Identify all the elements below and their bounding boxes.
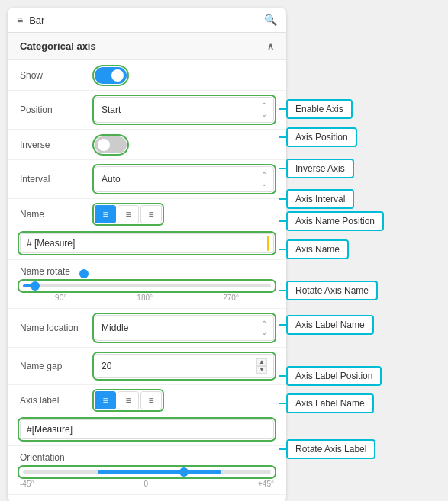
position-label: Position [20,104,89,115]
annotation-axis-interval: Axis Interval [286,189,354,209]
show-label: Show [20,70,89,81]
orientation-tick-labels: -45° 0 +45° [20,480,274,488]
name-location-label: Name location [20,323,89,333]
name-rotate-180: 180° [137,294,153,302]
search-icon[interactable]: 🔍 [264,14,277,26]
name-rotate-90: 90° [55,294,66,302]
name-input-wrapper [20,233,274,253]
name-gap-input[interactable]: 20 ▲ ▼ [95,354,274,378]
name-location-value: Middle [102,323,128,333]
annotation-axis-label-position: Axis Label Position [286,366,382,386]
left-panel: ≡ 🔍 Categorical axis ∧ Show Position [8,8,286,501]
interval-arrow: ⌃⌄ [261,171,267,188]
name-label: Name [20,209,89,220]
logo-row [8,495,286,501]
name-rotate-slider[interactable] [20,281,274,291]
name-location-select[interactable]: Middle ⌃⌄ [95,315,274,341]
section-header[interactable]: Categorical axis ∧ [8,33,286,60]
name-location-control: Middle ⌃⌄ [95,315,274,341]
position-value: Start [102,104,121,115]
annotation-rotate-axis-label: Rotate Axis Label [286,439,375,459]
axis-label-input-wrapper [20,419,274,439]
axis-align-center-btn[interactable]: ≡ [118,391,139,409]
name-align-control: ≡ ≡ ≡ [95,205,274,223]
orientation-thumb[interactable] [179,467,189,477]
collapse-icon[interactable]: ∧ [267,41,274,52]
search-input[interactable] [29,14,258,26]
align-center-btn[interactable]: ≡ [118,205,139,223]
name-gap-value: 20 [102,361,111,371]
axis-label-input-row [8,416,286,446]
interval-control: Auto ⌃⌄ [95,166,274,192]
position-arrow: ⌃⌄ [261,101,267,118]
name-gap-up[interactable]: ▲ [256,358,267,366]
orientation-max: +45° [258,480,274,488]
name-rotate-track [23,284,271,287]
list-icon: ≡ [17,14,23,26]
align-left-btn[interactable]: ≡ [95,205,116,223]
orientation-slider[interactable] [20,467,274,477]
inverse-control [95,136,274,153]
name-input-row [8,230,286,260]
axis-label-label: Axis label [20,395,89,406]
name-location-row: Name location Middle ⌃⌄ [8,309,286,348]
show-toggle[interactable] [95,67,127,84]
orientation-min: -45° [20,480,34,488]
orientation-label: Orientation [20,452,274,463]
axis-align-buttons: ≡ ≡ ≡ [95,391,162,409]
interval-select[interactable]: Auto ⌃⌄ [95,166,274,192]
annotation-rotate-axis-name: Rotate Axis Name [286,281,378,300]
inverse-toggle[interactable] [95,136,127,153]
axis-align-right-btn[interactable]: ≡ [140,391,162,409]
annotation-axis-name: Axis Name [286,239,349,259]
inverse-row: Inverse [8,130,286,160]
screenshot: ≡ 🔍 Categorical axis ∧ Show Position [0,0,448,501]
axis-label-input[interactable] [20,419,274,439]
axis-label-row: Axis label ≡ ≡ ≡ [8,385,286,416]
name-gap-row: Name gap 20 ▲ ▼ [8,348,286,385]
orientation-track [23,470,271,474]
name-rotate-row: Name rotate 90° 180° 270° [8,260,286,309]
annotation-axis-position: Axis Position [286,127,357,147]
orientation-mid: 0 [143,480,148,488]
annotation-axis-name-position: Axis Name Position [286,211,384,231]
search-bar: ≡ 🔍 [8,8,286,33]
position-control: Start ⌃⌄ [95,97,274,123]
show-row: Show [8,60,286,91]
name-rotate-label: Name rotate [20,266,70,277]
interval-value: Auto [102,174,121,185]
name-gap-spinners: ▲ ▼ [256,358,267,374]
name-location-arrow: ⌃⌄ [261,320,267,336]
name-rotate-thumb[interactable] [31,281,40,291]
scrollable-content[interactable]: Show Position Start ⌃⌄ Inverse [8,60,286,501]
name-rotate-thumb-indicator [79,269,89,278]
section-title: Categorical axis [20,40,96,52]
interval-label: Interval [20,174,89,185]
axis-label-align-control: ≡ ≡ ≡ [95,391,274,409]
name-rotate-270: 270° [223,294,239,302]
color-indicator [267,236,269,251]
name-gap-label: Name gap [20,361,89,371]
name-gap-control: 20 ▲ ▼ [95,354,274,378]
axis-align-left-btn[interactable]: ≡ [95,391,116,409]
name-input[interactable] [20,233,274,253]
annotation-axis-label-name: Axis Label Name [286,315,374,335]
name-gap-down[interactable]: ▼ [256,366,267,374]
name-rotate-labels: 90° 180° 270° [20,294,274,302]
orientation-row: Orientation -45° 0 +45° [8,446,286,495]
annotation-inverse-axis: Inverse Axis [286,159,354,178]
position-select[interactable]: Start ⌃⌄ [95,97,274,123]
show-control [95,67,274,84]
position-row: Position Start ⌃⌄ [8,91,286,130]
annotation-enable-axis: Enable Axis [286,99,353,119]
align-right-btn[interactable]: ≡ [140,205,162,223]
inverse-label: Inverse [20,140,89,150]
align-buttons: ≡ ≡ ≡ [95,205,162,223]
annotation-axis-label-name2: Axis Label Name [286,393,374,413]
interval-row: Interval Auto ⌃⌄ [8,160,286,199]
orientation-fill [98,470,222,474]
name-row: Name ≡ ≡ ≡ [8,199,286,230]
